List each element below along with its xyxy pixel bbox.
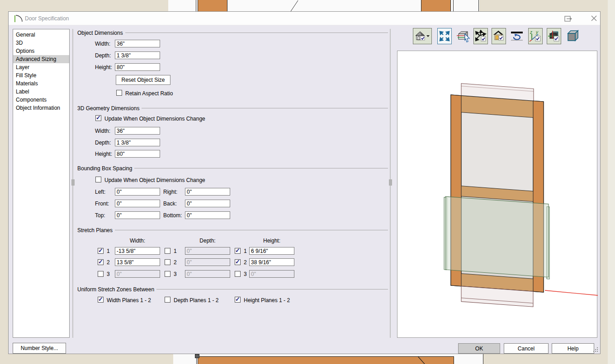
mouse-orbit-button[interactable] <box>473 28 488 44</box>
section-title-3d-geometry: 3D Geometry Dimensions <box>77 105 142 112</box>
sidebar-item-general[interactable]: General <box>13 31 69 39</box>
section-title-bounding-box: Bounding Box Spacing <box>77 165 134 172</box>
plan-wall-break-line <box>415 356 429 364</box>
left-splitter-grip[interactable] <box>71 179 75 186</box>
help-button[interactable]: Help <box>552 343 594 354</box>
show-axes-button[interactable]: z y <box>528 28 543 44</box>
object-width-input[interactable] <box>115 40 160 47</box>
close-icon[interactable] <box>591 15 597 22</box>
stretch-col-depth: Depth: <box>185 238 230 244</box>
stretch-height-1-checkbox[interactable] <box>235 248 241 254</box>
geometry-depth-input[interactable] <box>115 139 160 146</box>
stretch-plane-indicator-line <box>545 290 598 295</box>
stretch-width-1-checkbox[interactable] <box>98 248 104 254</box>
stretch-depth-2-num: 2 <box>174 259 177 266</box>
stretch-depth-3-num: 3 <box>174 271 177 277</box>
sidebar-item-advanced-sizing[interactable]: Advanced Sizing <box>13 55 69 63</box>
bottom-label: Bottom: <box>163 212 182 219</box>
perspective-cube-icon <box>566 29 580 43</box>
auto-rotate-button[interactable] <box>510 28 524 44</box>
front-label: Front: <box>95 201 109 207</box>
stretch-width-2-input[interactable] <box>115 258 160 266</box>
show-bounding-box-button[interactable] <box>547 28 561 44</box>
fill-window-button[interactable] <box>437 28 452 44</box>
plan-edit-handle[interactable] <box>195 354 199 358</box>
depth-label: Depth: <box>95 52 111 59</box>
geometry-update-label: Update When Object Dimensions Change <box>104 116 205 122</box>
dialog-title: Door Specification <box>25 15 69 22</box>
retain-aspect-ratio-label: Retain Aspect Ratio <box>125 90 173 97</box>
door-3d-preview[interactable] <box>397 51 597 338</box>
cancel-button[interactable]: Cancel <box>504 343 549 354</box>
geometry-update-checkbox[interactable] <box>95 115 101 121</box>
ok-button[interactable]: OK <box>458 343 500 354</box>
sidebar-item-options[interactable]: Options <box>13 47 69 55</box>
resize-grip[interactable] <box>593 347 598 352</box>
bounding-update-checkbox[interactable] <box>95 177 101 182</box>
stretch-height-3-num: 3 <box>244 271 247 277</box>
stretch-height-2-checkbox[interactable] <box>235 259 241 265</box>
stretch-width-1-input[interactable] <box>115 247 160 255</box>
plan-right-margin <box>608 0 615 364</box>
uniform-height-checkbox[interactable] <box>235 297 241 303</box>
sidebar-item-object-information[interactable]: Object Information <box>13 104 69 112</box>
sidebar-item-components[interactable]: Components <box>13 96 69 104</box>
reset-object-size-button[interactable]: Reset Object Size <box>116 75 170 85</box>
section-title-object-dimensions: Object Dimensions <box>77 30 125 36</box>
undock-window-icon[interactable] <box>564 16 572 22</box>
geometry-width-input[interactable] <box>115 127 160 135</box>
section-rule <box>77 230 388 230</box>
auto-rotate-icon <box>510 30 524 42</box>
bounding-bottom-input[interactable] <box>185 211 230 219</box>
sidebar-item-3d[interactable]: 3D <box>13 39 69 47</box>
width-label: Width: <box>95 41 110 47</box>
sidebar-item-materials[interactable]: Materials <box>13 79 69 88</box>
stretch-depth-1-checkbox[interactable] <box>165 248 170 254</box>
stretch-width-2-checkbox[interactable] <box>98 259 104 265</box>
geometry-height-input[interactable] <box>115 150 160 158</box>
standard-views-button[interactable] <box>413 28 432 44</box>
chevron-down-icon[interactable] <box>426 30 430 42</box>
show-axes-icon: z y <box>529 30 542 42</box>
door-specification-dialog: Door Specification General 3D Options Ad… <box>8 11 601 354</box>
object-height-input[interactable] <box>115 63 160 71</box>
stretch-width-3-checkbox[interactable] <box>98 271 104 277</box>
stretch-depth-2-input[interactable] <box>185 258 230 266</box>
stretch-depth-2-checkbox[interactable] <box>165 259 170 265</box>
plan-wall-line <box>478 0 479 11</box>
stretch-depth-1-num: 1 <box>174 248 177 254</box>
color-on-off-icon <box>492 30 505 42</box>
sidebar-item-layer[interactable]: Layer <box>13 63 69 71</box>
app-screen: Door Specification General 3D Options Ad… <box>0 0 615 364</box>
height-label: Height: <box>95 151 112 157</box>
stretch-height-2-input[interactable] <box>249 258 294 266</box>
stretch-depth-3-input[interactable] <box>185 270 230 278</box>
bounding-top-input[interactable] <box>115 211 160 219</box>
height-label: Height: <box>95 64 112 70</box>
stretch-height-3-checkbox[interactable] <box>235 271 241 277</box>
color-on-off-button[interactable] <box>492 28 506 44</box>
bounding-back-input[interactable] <box>185 200 230 207</box>
select-object-button[interactable] <box>455 28 472 44</box>
uniform-width-checkbox[interactable] <box>98 297 104 303</box>
bounding-front-input[interactable] <box>115 200 160 207</box>
stretch-depth-3-checkbox[interactable] <box>165 271 170 277</box>
bounding-right-input[interactable] <box>185 188 230 196</box>
uniform-depth-checkbox[interactable] <box>165 297 170 303</box>
stretch-depth-1-input[interactable] <box>185 247 230 255</box>
bounding-left-input[interactable] <box>115 188 160 196</box>
stretch-width-3-input[interactable] <box>115 270 160 278</box>
right-splitter-grip[interactable] <box>389 179 392 186</box>
number-style-button[interactable]: Number Style... <box>13 343 66 354</box>
sidebar-item-fill-style[interactable]: Fill Style <box>13 71 69 79</box>
stretch-height-3-input[interactable] <box>249 270 294 278</box>
perspective-cube-button[interactable] <box>566 28 580 44</box>
stretch-width-3-num: 3 <box>107 271 110 277</box>
retain-aspect-ratio-checkbox[interactable] <box>116 90 122 96</box>
object-depth-input[interactable] <box>115 51 160 59</box>
dialog-titlebar[interactable]: Door Specification <box>9 12 600 25</box>
sidebar-item-label[interactable]: Label <box>13 88 69 96</box>
settings-category-list: General 3D Options Advanced Sizing Layer… <box>13 29 70 338</box>
stretch-height-1-input[interactable] <box>249 247 294 255</box>
section-title-uniform-stretch: Uniform Stretch Zones Between <box>77 286 156 293</box>
